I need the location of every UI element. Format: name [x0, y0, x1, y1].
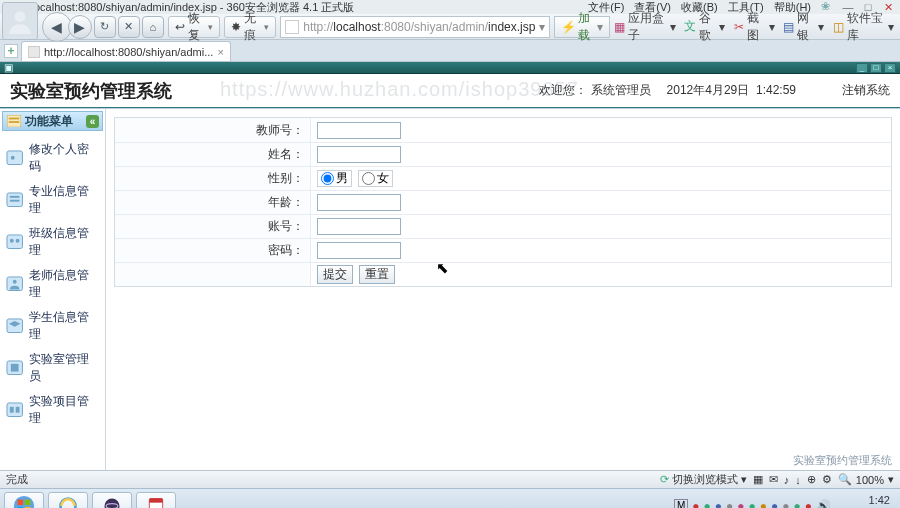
sidebar-item-label: 修改个人密码 [29, 141, 99, 175]
stop-button[interactable]: ✕ [118, 16, 140, 38]
sidebar-item-password[interactable]: 修改个人密码 [4, 137, 101, 179]
restore-button[interactable]: ↩ 恢复 ▾ [168, 16, 220, 38]
link-bank[interactable]: ▤网银▾ [783, 10, 825, 44]
svg-rect-30 [149, 498, 162, 502]
sidebar-item-major[interactable]: 专业信息管理 [4, 179, 101, 221]
status-ic-6[interactable]: ⚙ [822, 473, 832, 486]
collapse-icon[interactable]: « [86, 115, 99, 128]
tray-ic[interactable]: ● [760, 499, 767, 509]
switch-icon: ⟳ [660, 473, 669, 485]
tray-ic[interactable]: ● [782, 499, 789, 509]
submit-button[interactable]: 提交 [317, 265, 353, 284]
sidebar-item-project[interactable]: 实验项目管理 [4, 389, 101, 431]
eclipse-icon [102, 496, 122, 509]
status-ic-5[interactable]: ⊕ [807, 473, 816, 486]
project-icon [6, 402, 23, 418]
scissors-icon: ✂ [733, 20, 744, 34]
forward-button[interactable]: ▶ [68, 15, 92, 39]
package-icon: ◫ [832, 20, 843, 34]
sidebar-item-class[interactable]: 班级信息管理 [4, 221, 101, 263]
tray-ic[interactable]: ● [726, 499, 733, 509]
input-age[interactable] [317, 194, 401, 211]
radio-female-wrap[interactable]: 女 [358, 170, 393, 187]
tray-ic[interactable]: ● [737, 499, 744, 509]
tray-ic[interactable]: ● [715, 499, 722, 509]
link-software[interactable]: ◫软件宝库▾ [832, 10, 894, 44]
sidebar-items: 修改个人密码 专业信息管理 班级信息管理 老师信息管理 学生信息管理 实验室管理… [2, 133, 103, 435]
input-password[interactable] [317, 242, 401, 259]
logout-link[interactable]: 注销系统 [842, 82, 890, 99]
tray-ic[interactable]: ● [794, 499, 801, 509]
status-ic-3[interactable]: ♪ [784, 474, 790, 486]
avatar-icon [7, 8, 33, 34]
sidebar-item-label: 专业信息管理 [29, 183, 99, 217]
tray-ic[interactable]: ● [805, 499, 812, 509]
welcome-block: 欢迎您： 系统管理员 2012年4月29日 1:42:59 注销系统 [539, 82, 890, 99]
sidebar-title-text: 功能菜单 [25, 113, 73, 130]
row-account: 账号： [115, 214, 891, 238]
svg-rect-23 [25, 499, 30, 505]
task-ie[interactable] [48, 492, 88, 509]
box-icon: ▦ [614, 20, 625, 34]
sidebar-item-teacher[interactable]: 老师信息管理 [4, 263, 101, 305]
taskbar-clock[interactable]: 1:42 2012/4/29 [835, 494, 896, 509]
mode-switch[interactable]: ⟳ 切换浏览模式 ▾ [660, 472, 747, 487]
sidebar-item-student[interactable]: 学生信息管理 [4, 305, 101, 347]
reload-button[interactable]: ↻ [94, 16, 116, 38]
tray-lang[interactable]: M [674, 499, 688, 508]
svg-rect-17 [11, 364, 19, 372]
inner-min-button[interactable]: _ [856, 63, 868, 73]
go-button[interactable]: ⚡ 加载 ▾ [554, 16, 610, 38]
svg-point-0 [15, 11, 26, 22]
link-appbox[interactable]: ▦应用盒子▾ [614, 10, 676, 44]
incognito-button[interactable]: ✸ 无痕 ▾ [224, 16, 276, 38]
new-tab-button[interactable]: + [4, 44, 18, 58]
start-button[interactable] [4, 492, 44, 509]
clock-time: 1:42 [841, 494, 890, 506]
status-ic-4[interactable]: ↓ [795, 474, 801, 486]
restore-icon: ↩ [175, 20, 185, 34]
reset-button[interactable]: 重置 [359, 265, 395, 284]
translate-icon: 文 [684, 20, 696, 34]
tray-ic[interactable]: ● [704, 499, 711, 509]
tray-ic[interactable]: ● [692, 499, 699, 509]
link-screenshot[interactable]: ✂截图▾ [733, 10, 775, 44]
input-name[interactable] [317, 146, 401, 163]
zoom-control[interactable]: 🔍100% ▾ [838, 473, 894, 486]
inner-close-button[interactable]: × [884, 63, 896, 73]
app-body: 功能菜单 « 修改个人密码 专业信息管理 班级信息管理 老师信息管理 学生信息管… [0, 108, 900, 470]
address-bar[interactable]: http://localhost:8080/shiyan/admin/index… [280, 16, 550, 38]
task-notes[interactable] [136, 492, 176, 509]
svg-point-5 [11, 156, 15, 160]
sidebar-item-labadmin[interactable]: 实验室管理员 [4, 347, 101, 389]
status-ic-1[interactable]: ▦ [753, 473, 763, 486]
tray-ic[interactable]: ● [771, 499, 778, 509]
user-avatar[interactable] [2, 2, 38, 40]
inner-max-button[interactable]: □ [870, 63, 882, 73]
chevron-down-icon[interactable]: ▾ [539, 20, 545, 34]
input-account[interactable] [317, 218, 401, 235]
url-text: http://localhost:8080/shiyan/admin/index… [303, 20, 535, 34]
tray-volume-icon[interactable]: 🔊 [816, 499, 831, 509]
sidebar-item-label: 实验室管理员 [29, 351, 99, 385]
task-eclipse[interactable] [92, 492, 132, 509]
status-ic-2[interactable]: ✉ [769, 473, 778, 486]
svg-rect-19 [10, 407, 14, 413]
doc-icon [6, 192, 23, 208]
input-teacher-no[interactable] [317, 122, 401, 139]
app-title: 实验室预约管理系统 [10, 79, 172, 103]
restore-label: 恢复 [188, 10, 205, 44]
zoom-icon: 🔍 [838, 473, 852, 486]
home-button[interactable]: ⌂ [142, 16, 164, 38]
radio-female[interactable] [362, 172, 375, 185]
incognito-label: 无痕 [244, 10, 261, 44]
radio-male[interactable] [321, 172, 334, 185]
tab-close-button[interactable]: × [217, 46, 223, 58]
system-tray: M ● ● ● ● ● ● ● ● ● ● ● 🔊 1:42 2012/4/29 [674, 494, 896, 509]
student-icon [6, 318, 23, 334]
radio-male-wrap[interactable]: 男 [317, 170, 352, 187]
tab-active[interactable]: http://localhost:8080/shiyan/admi... × [21, 41, 231, 61]
tray-ic[interactable]: ● [749, 499, 756, 509]
link-translate[interactable]: 文谷歌▾ [684, 10, 726, 44]
windows-icon [13, 495, 35, 509]
